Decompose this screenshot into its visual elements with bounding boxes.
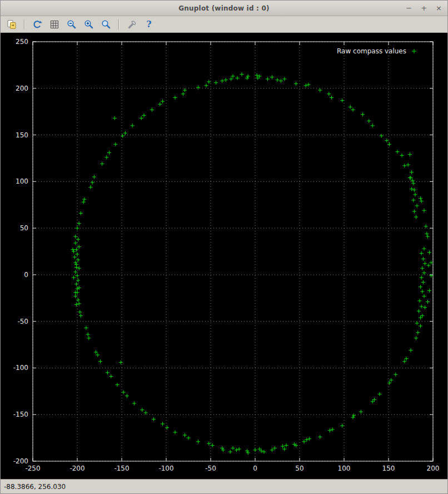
y-tick-label: -200 xyxy=(13,457,28,465)
copy-plot-button[interactable] xyxy=(5,18,18,31)
configure-button[interactable] xyxy=(125,18,138,31)
y-tick-label: 200 xyxy=(16,85,28,92)
toolbar-separator xyxy=(118,19,120,29)
configure-icon xyxy=(126,19,137,30)
zoom-previous-icon xyxy=(66,19,77,30)
help-icon: ? xyxy=(146,20,151,29)
legend-marker xyxy=(412,49,416,53)
x-tick-label: 50 xyxy=(295,465,303,472)
y-tick-label: 250 xyxy=(16,38,28,46)
help-button[interactable]: ? xyxy=(142,18,156,31)
titlebar[interactable]: Gnuplot (window id : 0) − + × xyxy=(1,1,447,16)
autoscale-icon xyxy=(101,19,112,30)
y-tick-label: -100 xyxy=(13,364,28,372)
cursor-coordinates: -88.3866, 256.030 xyxy=(4,483,66,491)
x-tick-label: 150 xyxy=(382,465,395,472)
autoscale-button[interactable] xyxy=(99,18,113,31)
y-tick-label: 0 xyxy=(24,271,28,279)
close-button[interactable]: × xyxy=(436,4,442,12)
toolbar-separator xyxy=(24,19,25,29)
zoom-next-icon xyxy=(83,19,94,30)
x-tick-label: 0 xyxy=(253,465,257,472)
x-tick-label: 100 xyxy=(338,465,351,472)
plot-area: -250-200-150-100-50050100150200-200-150-… xyxy=(1,33,447,479)
gnuplot-window: Gnuplot (window id : 0) − + × xyxy=(0,0,448,494)
replot-icon xyxy=(32,19,43,30)
legend-label: Raw compass values xyxy=(337,47,406,55)
y-tick-label: 100 xyxy=(16,177,28,185)
y-tick-label: -50 xyxy=(17,318,28,325)
copy-plot-icon xyxy=(6,19,17,30)
x-tick-label: -200 xyxy=(69,465,84,472)
maximize-button[interactable]: + xyxy=(421,4,427,12)
window-controls: − + × xyxy=(406,1,442,16)
zoom-next-button[interactable] xyxy=(82,18,96,31)
x-tick-label: -100 xyxy=(158,465,173,472)
y-tick-label: 150 xyxy=(16,131,28,139)
y-tick-label: -150 xyxy=(13,411,28,418)
grid xyxy=(33,42,433,461)
legend: Raw compass values xyxy=(337,47,416,55)
replot-button[interactable] xyxy=(31,18,44,31)
x-tick-label: -50 xyxy=(205,465,216,472)
scatter-points xyxy=(71,72,434,455)
x-tick-label: -150 xyxy=(114,465,129,472)
x-tick-label: 200 xyxy=(427,465,440,472)
toggle-grid-button[interactable] xyxy=(48,18,61,31)
plot-svg[interactable]: -250-200-150-100-50050100150200-200-150-… xyxy=(1,33,447,479)
toggle-grid-icon xyxy=(49,19,60,30)
window-title: Gnuplot (window id : 0) xyxy=(1,4,447,12)
statusbar: -88.3866, 256.030 xyxy=(1,479,447,493)
minimize-button[interactable]: − xyxy=(406,4,412,12)
y-tick-label: 50 xyxy=(20,224,28,232)
zoom-previous-button[interactable] xyxy=(65,18,78,31)
x-tick-label: -250 xyxy=(25,465,40,472)
toolbar: ? xyxy=(1,16,447,33)
